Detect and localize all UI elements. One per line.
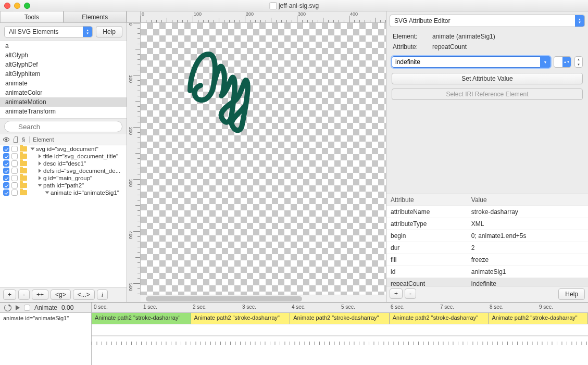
add-attribute-button[interactable]: + [390, 288, 403, 299]
stepper-down-icon[interactable]: ▼ [575, 62, 582, 67]
element-list-item[interactable]: a [0, 41, 127, 51]
duplicate-button[interactable]: ++ [32, 290, 48, 300]
disclosure-triangle-icon[interactable] [39, 169, 41, 173]
canvas[interactable] [141, 23, 386, 295]
element-list-item[interactable]: animateMotion [0, 97, 127, 107]
disclosure-triangle-icon[interactable] [39, 161, 41, 166]
chevron-down-icon[interactable]: ▼ [540, 56, 551, 68]
table-row[interactable]: repeatCountindefinite [386, 278, 588, 286]
element-list-item[interactable]: altGlyph [0, 51, 127, 60]
restart-icon[interactable] [4, 304, 11, 311]
svg-elements-list[interactable]: aaltGlyphaltGlyphDefaltGlyphItemanimatea… [0, 41, 127, 119]
timeline-ticks [92, 336, 588, 345]
element-list-item[interactable]: animateColor [0, 88, 127, 97]
play-icon[interactable] [16, 305, 20, 310]
set-attribute-button[interactable]: Set Attribute Value [392, 73, 583, 84]
disclosure-triangle-icon[interactable] [45, 192, 49, 194]
info-button[interactable]: i [97, 290, 108, 300]
minimize-window-button[interactable] [14, 3, 20, 9]
visibility-checkbox[interactable] [3, 160, 9, 167]
disclosure-triangle-icon[interactable] [39, 154, 41, 158]
table-row[interactable]: idanimateSig1 [386, 266, 588, 278]
element-list-item[interactable]: animateTransform [0, 107, 127, 116]
lock-checkbox[interactable] [11, 175, 18, 181]
animate-checkbox[interactable] [24, 305, 30, 311]
folder-icon [20, 161, 27, 166]
unit-select[interactable]: ▲▼ [554, 56, 571, 68]
group-button[interactable]: <g> [51, 290, 71, 300]
table-header-attribute: Attribute [386, 194, 467, 206]
ruler-vertical: 0100200300400500 [127, 23, 141, 295]
stepper-up-icon[interactable]: ▲ [575, 57, 582, 62]
tree-row[interactable]: animate id="animateSig1" [0, 189, 127, 196]
folder-icon [20, 183, 27, 188]
disclosure-triangle-icon[interactable] [31, 148, 35, 150]
tree-row[interactable]: desc id="desc1" [0, 160, 127, 167]
disclosure-triangle-icon[interactable] [38, 184, 42, 187]
lock-checkbox[interactable] [11, 153, 18, 159]
zoom-window-button[interactable] [24, 3, 30, 9]
tree-row[interactable]: defs id="svg_document_de... [0, 167, 127, 174]
visibility-checkbox[interactable] [3, 146, 9, 152]
document-icon [269, 2, 277, 9]
attribute-value-input[interactable] [392, 56, 551, 68]
help-button[interactable]: Help [96, 26, 122, 37]
tree-label: title id="svg_document_title" [43, 153, 118, 159]
search-input[interactable] [4, 121, 122, 132]
attr-value: 0; animate1.end+5s [467, 230, 588, 242]
document-tree[interactable]: svg id="svg_document"title id="svg_docum… [0, 145, 127, 287]
timeline-clip[interactable]: Animate path2 "stroke-dasharray" [489, 313, 588, 324]
lock-checkbox[interactable] [11, 146, 18, 152]
remove-button[interactable]: - [18, 290, 30, 300]
visibility-checkbox[interactable] [3, 153, 9, 159]
lock-checkbox[interactable] [11, 160, 18, 167]
tree-row[interactable]: svg id="svg_document" [0, 145, 127, 153]
horizontal-scrollbar[interactable] [141, 295, 386, 302]
table-row[interactable]: dur2 [386, 242, 588, 254]
element-list-item[interactable]: animate [0, 79, 127, 88]
canvas-area: 0100200300400 0100200300400500 [127, 11, 386, 302]
tab-elements[interactable]: Elements [64, 11, 127, 23]
scrollbar-thumb[interactable] [146, 296, 302, 301]
attributes-table[interactable]: Attribute Value attributeNamestroke-dash… [386, 194, 588, 286]
element-list-item[interactable]: altGlyphItem [0, 69, 127, 79]
lock-checkbox[interactable] [11, 190, 18, 196]
timeline-row-label[interactable]: animate id="animateSig1" [0, 313, 91, 323]
disclosure-triangle-icon[interactable] [39, 176, 41, 180]
lock-checkbox[interactable] [11, 182, 18, 188]
table-row[interactable]: attributeTypeXML [386, 218, 588, 230]
timeline-ruler: 0 sec.1 sec.2 sec.3 sec.4 sec.5 sec.6 se… [92, 303, 588, 312]
tree-row[interactable]: g id="main_group" [0, 174, 127, 182]
timeline-clip[interactable]: Animate path2 "stroke-dasharray" [191, 313, 291, 324]
timeline-clip[interactable]: Animate path2 "stroke-dasharray" [290, 313, 390, 324]
lock-checkbox[interactable] [11, 168, 18, 174]
tab-tools[interactable]: Tools [0, 11, 64, 23]
folder-icon [20, 175, 27, 181]
element-filter-select[interactable]: All SVG Elements ▲▼ [4, 26, 93, 37]
attribute-value: repeatCount [432, 43, 467, 51]
help-button[interactable]: Help [558, 288, 585, 300]
more-button[interactable]: <...> [73, 290, 95, 300]
table-row[interactable]: attributeNamestroke-dasharray [386, 206, 588, 218]
folder-icon [20, 168, 27, 173]
table-row[interactable]: begin0; animate1.end+5s [386, 230, 588, 242]
panel-selector[interactable]: SVG Attribute Editor ▲▼ [390, 15, 585, 27]
visibility-checkbox[interactable] [3, 175, 9, 181]
tree-label: svg id="svg_document" [36, 146, 98, 152]
value-stepper[interactable]: ▲▼ [574, 56, 583, 68]
add-button[interactable]: + [3, 290, 16, 300]
timeline-lanes[interactable]: Animate path2 "stroke-dasharray" Animate… [92, 313, 588, 365]
close-window-button[interactable] [4, 3, 10, 9]
tree-row[interactable]: path id="path2" [0, 182, 127, 189]
remove-attribute-button[interactable]: - [405, 288, 416, 299]
visibility-checkbox[interactable] [3, 168, 9, 174]
visibility-checkbox[interactable] [3, 190, 9, 196]
timeline-clip[interactable]: Animate path2 "stroke-dasharray" [92, 313, 191, 324]
attr-value: XML [467, 218, 588, 230]
element-column-header: Element [29, 136, 54, 143]
table-row[interactable]: fillfreeze [386, 254, 588, 266]
tree-row[interactable]: title id="svg_document_title" [0, 153, 127, 160]
visibility-checkbox[interactable] [3, 182, 9, 188]
timeline-clip[interactable]: Animate path2 "stroke-dasharray" [390, 313, 489, 324]
element-list-item[interactable]: altGlyphDef [0, 60, 127, 69]
